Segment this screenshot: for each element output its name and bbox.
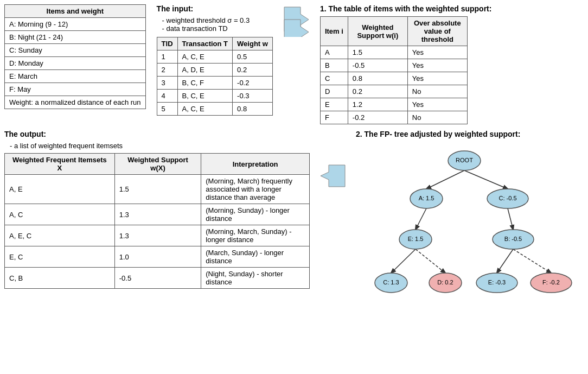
output-cell: (March, Sunday) - longer distance — [201, 246, 310, 268]
ws-col-header: Item i — [320, 17, 348, 46]
output-cell: 1.5 — [114, 175, 201, 204]
items-weight-row: F: May — [5, 83, 146, 96]
ws-cell: No — [407, 85, 467, 98]
weighted-support-table: Item iWeighted Support w(i)Over absolute… — [320, 16, 468, 124]
weighted-support-section: 1. The table of items with the weighted … — [320, 4, 584, 124]
tree-edge — [391, 249, 416, 273]
tree-node-label-C_bot: C: 1.3 — [383, 279, 399, 286]
input-list-item: data transaction TD — [162, 24, 273, 33]
output-cell: C, B — [5, 268, 115, 289]
items-weight-table: Items and weight A: Morning (9 - 12)B: N… — [4, 4, 146, 109]
items-weight-section: Items and weight A: Morning (9 - 12)B: N… — [4, 4, 146, 109]
output-table: Weighted Frequent Itemsets XWeighted Sup… — [4, 153, 310, 289]
ws-cell: B — [320, 59, 348, 72]
tree-node-D: D: 0.2 — [429, 273, 462, 293]
ws-cell: Yes — [407, 46, 467, 59]
output-cell: (Morning, March, Sunday) - longer distan… — [201, 225, 310, 246]
items-weight-header: Items and weight — [5, 5, 146, 18]
tree-node-ROOT: ROOT — [448, 151, 481, 170]
output-cell: -0.5 — [114, 268, 201, 289]
tree-node-label-F: F: -0.2 — [542, 279, 560, 286]
output-cell: (Morning, Sunday) - longer distance — [201, 204, 310, 225]
ws-cell: No — [407, 111, 467, 124]
tree-node-label-C_top: C: -0.5 — [498, 195, 516, 201]
transactions-cell: -0.2 — [233, 77, 273, 90]
output-section: The output: - a list of weighted frequen… — [4, 130, 310, 289]
tree-node-E2: E: -0.3 — [476, 273, 517, 293]
ws-col-header: Weighted Support w(i) — [348, 17, 407, 46]
ws-cell: C — [320, 72, 348, 85]
ws-cell: -0.5 — [348, 59, 407, 72]
arrow-left-container — [318, 162, 348, 189]
tree-node-label-B: B: -0.5 — [504, 236, 522, 242]
fptree-svg: ROOTA: 1.5C: -0.5E: 1.5B: -0.5C: 1.3D: 0… — [356, 144, 584, 313]
input-list-item: weighted threshold σ = 0.3 — [162, 16, 273, 24]
weighted-support-header: 1. The table of items with the weighted … — [320, 4, 584, 13]
ws-cell: D — [320, 85, 348, 98]
output-col-header: Interpretation — [201, 154, 310, 175]
input-header: The input: — [157, 4, 273, 13]
ws-cell: -0.2 — [348, 111, 407, 124]
ws-cell: 1.2 — [348, 98, 407, 111]
transactions-col-header: Transaction T — [177, 37, 233, 50]
tree-edge — [416, 249, 445, 273]
output-col-header: Weighted Frequent Itemsets X — [5, 154, 115, 175]
transactions-cell: A, C, E — [177, 103, 233, 116]
tree-node-B: B: -0.5 — [493, 230, 534, 249]
tree-node-label-D: D: 0.2 — [437, 279, 453, 286]
tree-edge — [426, 170, 464, 189]
transactions-cell: 0.2 — [233, 64, 273, 77]
input-section: The input: weighted threshold σ = 0.3dat… — [157, 4, 273, 116]
tree-edge — [464, 170, 508, 189]
ws-cell: 0.8 — [348, 72, 407, 85]
input-list: weighted threshold σ = 0.3data transacti… — [157, 16, 273, 33]
output-cell: 1.0 — [114, 246, 201, 268]
output-cell: (Night, Sunday) - shorter distance — [201, 268, 310, 289]
ws-cell: Yes — [407, 59, 467, 72]
tree-node-label-A: A: 1.5 — [419, 195, 434, 201]
output-col-header: Weighted Support w(X) — [114, 154, 201, 175]
transactions-cell: 1 — [157, 50, 177, 64]
transactions-cell: 0.5 — [233, 50, 273, 64]
tree-node-F: F: -0.2 — [531, 273, 572, 293]
tree-edge — [416, 208, 426, 230]
ws-cell: 0.2 — [348, 85, 407, 98]
items-weight-row: C: Sunday — [5, 44, 146, 57]
output-cell: A, E, C — [5, 225, 115, 246]
output-cell: A, C — [5, 204, 115, 225]
transactions-cell: B, C, E — [177, 90, 233, 103]
fptree-header: 2. The FP- tree adjusted by weighted sup… — [356, 130, 584, 138]
transactions-cell: 5 — [157, 103, 177, 116]
svg-marker-2 — [321, 165, 345, 187]
output-cell: A, E — [5, 175, 115, 204]
items-weight-row: B: Night (21 - 24) — [5, 31, 146, 44]
transactions-col-header: Weight w — [233, 37, 273, 50]
bottom-row: The output: - a list of weighted frequen… — [4, 130, 584, 314]
ws-cell: Yes — [407, 72, 467, 85]
tree-node-C_top: C: -0.5 — [487, 189, 528, 208]
ws-cell: E — [320, 98, 348, 111]
ws-cell: 1.5 — [348, 46, 407, 59]
items-weight-row: Weight: a normalized distance of each ru… — [5, 96, 146, 109]
transactions-cell: A, D, E — [177, 64, 233, 77]
tree-edge — [497, 249, 513, 273]
top-row: Items and weight A: Morning (9 - 12)B: N… — [4, 4, 584, 124]
transactions-cell: 4 — [157, 90, 177, 103]
ws-cell: Yes — [407, 98, 467, 111]
arrow-right-double — [282, 4, 311, 37]
tree-node-C_bot: C: 1.3 — [375, 273, 407, 293]
fptree-section: 2. The FP- tree adjusted by weighted sup… — [356, 130, 584, 314]
output-header: The output: — [4, 130, 310, 138]
tree-edge — [508, 208, 513, 230]
output-cell: 1.3 — [114, 225, 201, 246]
transactions-cell: A, C, E — [177, 50, 233, 64]
transactions-table: TIDTransaction TWeight w 1A, C, E0.52A, … — [157, 37, 273, 116]
tree-node-A: A: 1.5 — [410, 189, 443, 208]
output-description: - a list of weighted frequent itemsets — [10, 142, 310, 150]
transactions-cell: 3 — [157, 77, 177, 90]
output-cell: E, C — [5, 246, 115, 268]
ws-col-header: Over absolute value of threshold — [407, 17, 467, 46]
output-cell: (Morning, March) frequently associated w… — [201, 175, 310, 204]
tree-node-E1: E: 1.5 — [399, 230, 432, 249]
output-cell: 1.3 — [114, 204, 201, 225]
